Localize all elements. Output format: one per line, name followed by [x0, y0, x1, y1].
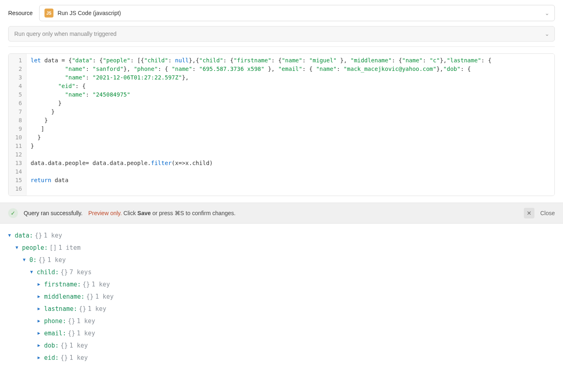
result-tree: ▼ data: {} 1 key▼ people: [] 1 item▼ 0: …: [0, 224, 563, 370]
triangle-right-icon[interactable]: ▶: [38, 315, 42, 327]
chevron-down-icon: ⌄: [545, 31, 550, 37]
trigger-select[interactable]: Run query only when manually triggered ⌄: [8, 26, 555, 42]
triangle-right-icon[interactable]: ▶: [38, 303, 42, 315]
code-editor[interactable]: 12345678910111213141516 let data = {"dat…: [8, 53, 555, 196]
triangle-down-icon[interactable]: ▼: [30, 266, 35, 278]
status-success: Query ran successfully.: [24, 210, 82, 216]
js-icon: JS: [44, 9, 53, 18]
tree-node[interactable]: ▶ firstname: {} 1 key: [8, 278, 555, 291]
code-area[interactable]: let data = {"data": {"people": [{"child"…: [27, 54, 554, 196]
triangle-right-icon[interactable]: ▶: [38, 352, 42, 364]
status-bar: ✓ Query ran successfully. Preview only. …: [0, 203, 563, 224]
close-label[interactable]: Close: [540, 210, 555, 216]
tree-node[interactable]: ▼ 0: {} 1 key: [8, 254, 555, 266]
divider: [8, 46, 555, 47]
tree-node[interactable]: ▶ phone: {} 1 key: [8, 315, 555, 327]
resource-select[interactable]: JS Run JS Code (javascript) ⌄: [39, 5, 555, 21]
tree-node[interactable]: ▼ child: {} 7 keys: [8, 266, 555, 278]
triangle-down-icon[interactable]: ▼: [8, 229, 13, 242]
tree-node[interactable]: ▶ middlename: {} 1 key: [8, 291, 555, 303]
triangle-right-icon[interactable]: ▶: [38, 278, 42, 291]
triangle-down-icon[interactable]: ▼: [16, 242, 20, 254]
triangle-right-icon[interactable]: ▶: [38, 327, 42, 339]
tree-node[interactable]: ▼ data: {} 1 key: [8, 229, 555, 242]
tree-node[interactable]: ▶ dob: {} 1 key: [8, 339, 555, 352]
tree-node[interactable]: ▶ lastname: {} 1 key: [8, 303, 555, 315]
preview-label: Preview only.: [88, 210, 122, 216]
triangle-right-icon[interactable]: ▶: [38, 339, 42, 352]
tree-node[interactable]: ▼ people: [] 1 item: [8, 242, 555, 254]
triangle-right-icon[interactable]: ▶: [38, 291, 42, 303]
triangle-down-icon[interactable]: ▼: [23, 254, 28, 266]
resource-label: Resource: [8, 10, 33, 16]
chevron-down-icon: ⌄: [545, 10, 550, 16]
resource-value: Run JS Code (javascript): [58, 10, 121, 16]
close-button[interactable]: ✕: [524, 208, 534, 218]
line-gutter: 12345678910111213141516: [9, 54, 27, 196]
check-icon: ✓: [8, 208, 18, 218]
tree-node[interactable]: ▶ email: {} 1 key: [8, 327, 555, 339]
trigger-text: Run query only when manually triggered: [14, 31, 117, 37]
tree-node[interactable]: ▶ eid: {} 1 key: [8, 352, 555, 364]
save-message: Click Save or press ⌘S to confirm change…: [124, 210, 236, 216]
